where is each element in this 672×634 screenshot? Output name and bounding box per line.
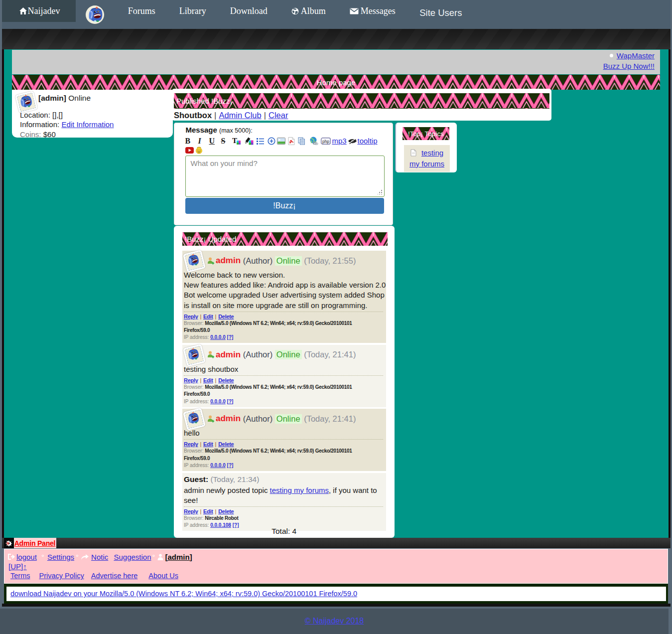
delete-link[interactable]: Delete	[218, 377, 234, 383]
logout-link[interactable]: logout	[16, 552, 37, 562]
nav-item-messages[interactable]: Messages	[350, 6, 396, 16]
edit-link[interactable]: Edit	[203, 377, 213, 383]
nav-item-label: Site Users	[419, 7, 462, 18]
settings-link[interactable]: Settings	[47, 552, 74, 562]
meta-label: Browser:	[184, 320, 203, 326]
list-icon[interactable]	[257, 137, 265, 145]
copyright-link[interactable]: © Naijadev 2018	[305, 617, 364, 626]
post-browser: Browser: Mozilla/5.0 (Windows NT 6.2; Wi…	[184, 320, 383, 327]
tab-clear[interactable]: Clear	[269, 111, 288, 120]
location-value: [],[]	[52, 111, 63, 119]
buzz-up-row: Buzz Up Now!!!	[603, 62, 655, 70]
notic-link[interactable]: Notic	[91, 552, 108, 562]
shout-message-input[interactable]	[185, 156, 385, 197]
terms-link[interactable]: Terms	[10, 571, 30, 581]
delete-link[interactable]: Delete	[218, 314, 234, 319]
download-link[interactable]: download Naijadev on your Mozilla/5.0 (W…	[10, 590, 357, 598]
ip-help-link[interactable]: [?]	[227, 463, 234, 468]
font-color-icon[interactable]: T	[232, 137, 241, 145]
nav-item-album[interactable]: Album	[291, 6, 326, 16]
copy-icon[interactable]	[298, 137, 305, 145]
post-author[interactable]: admin	[216, 350, 241, 360]
gear-icon	[5, 540, 12, 547]
topic-link[interactable]: testing my forums	[270, 486, 329, 494]
advertise-link[interactable]: Advertise here	[91, 571, 138, 581]
tooltip-button[interactable]: tooltip	[358, 137, 378, 145]
post-avatar[interactable]	[183, 344, 206, 367]
post-item: admin (Author) Online (Today, 21:41) tes…	[182, 345, 386, 407]
strike-icon[interactable]: S	[221, 137, 226, 145]
post-actions: Reply|Edit|Delete	[184, 313, 383, 320]
php-icon[interactable]: php	[321, 137, 331, 145]
nav-item-forums[interactable]: Forums	[128, 6, 155, 16]
site-logo[interactable]	[86, 5, 104, 24]
reply-link[interactable]: Reply	[184, 508, 198, 514]
edit-link[interactable]: Edit	[203, 508, 213, 514]
delete-link[interactable]: Delete	[218, 508, 234, 514]
ip-link[interactable]: 0.0.0.0	[210, 399, 226, 404]
tab-admin-club[interactable]: Admin Club	[219, 111, 261, 120]
nav-item-library[interactable]: Library	[179, 6, 206, 16]
add-friend-icon[interactable]	[207, 415, 215, 423]
up-link[interactable]: [UP]↑	[8, 562, 27, 571]
buzz-up-link[interactable]: Buzz Up Now!!!	[603, 62, 655, 70]
nav-item-download[interactable]: Download	[230, 6, 268, 16]
ip-link[interactable]: 0.0.0.0	[210, 463, 226, 468]
profile-box: [admin] Online Location: [],[] Informati…	[12, 90, 173, 138]
edit-link[interactable]: Edit	[203, 441, 213, 447]
post-author[interactable]: admin	[216, 414, 241, 424]
delete-link[interactable]: Delete	[218, 441, 234, 447]
separator-pipe: |	[213, 377, 219, 383]
about-link[interactable]: About Us	[148, 571, 178, 581]
add-friend-icon[interactable]	[207, 350, 215, 359]
footer-links-row-2: [UP]↑	[7, 562, 668, 571]
privacy-link[interactable]: Privacy Policy	[39, 571, 84, 581]
ip-link[interactable]: 0.0.0.0	[210, 334, 226, 340]
buzz-submit-button[interactable]: !Buzz¡	[185, 198, 384, 214]
admin-panel-link[interactable]: Admin Panel	[14, 539, 56, 547]
post-author[interactable]: admin	[216, 256, 241, 266]
reply-link[interactable]: Reply	[184, 314, 198, 319]
profile-header: [admin] Online	[38, 94, 91, 103]
suggestion-link[interactable]: Suggestion	[114, 552, 151, 562]
ip-help-link[interactable]: [?]	[227, 399, 234, 404]
post-message: testing shoutbox	[184, 364, 383, 374]
location-label: Location:	[20, 111, 50, 119]
underline-icon[interactable]: U	[209, 137, 215, 145]
online-badge: Online	[275, 256, 302, 266]
link-icon[interactable]	[309, 137, 318, 145]
italic-icon[interactable]: I	[198, 137, 201, 145]
posts-list: admin (Author) Online (Today, 21:55) Wel…	[182, 251, 386, 533]
wapmaster-link[interactable]: WapMaster	[617, 51, 655, 60]
reply-link[interactable]: Reply	[184, 441, 198, 447]
post-message-line: is install on site more upgrade are stil…	[184, 301, 383, 311]
youtube-icon[interactable]	[185, 146, 194, 155]
post-ip: IP address: 0.0.0.0 [?]	[184, 334, 383, 341]
admin-profile-link[interactable]: [admin]	[165, 552, 192, 562]
published-banner-label: Published !Buzz¡	[174, 93, 549, 109]
spacer	[30, 571, 39, 581]
post-avatar[interactable]	[183, 250, 206, 273]
bg-color-icon[interactable]	[244, 137, 254, 145]
home-page-banner: Home page	[12, 75, 660, 90]
spoiler-eye-icon[interactable]	[348, 137, 357, 145]
add-friend-icon[interactable]	[207, 257, 215, 265]
meta-value: Firefox/59.0	[184, 327, 210, 333]
meta-label: Browser:	[184, 384, 203, 390]
reply-link[interactable]: Reply	[184, 377, 198, 383]
smiley-icon[interactable]	[195, 146, 203, 155]
meta-value: Nircable Robot	[205, 515, 238, 521]
tab-shoutbox[interactable]: Shoutbox	[174, 111, 212, 120]
pdf-icon[interactable]	[288, 137, 295, 145]
image-icon[interactable]	[277, 137, 285, 145]
edit-information-link[interactable]: Edit Information	[61, 120, 114, 129]
edit-link[interactable]: Edit	[203, 314, 213, 319]
nav-item-home[interactable]: Naijadev	[2, 0, 76, 22]
post-avatar[interactable]	[183, 408, 206, 431]
mp3-button[interactable]: mp3	[332, 137, 347, 145]
post-message-line: New features added like: Android app is …	[184, 280, 383, 290]
expand-icon[interactable]	[268, 137, 275, 145]
nav-item-site-users[interactable]: Site Users	[419, 7, 462, 18]
bold-icon[interactable]: B	[185, 137, 191, 145]
ip-help-link[interactable]: [?]	[227, 334, 234, 340]
